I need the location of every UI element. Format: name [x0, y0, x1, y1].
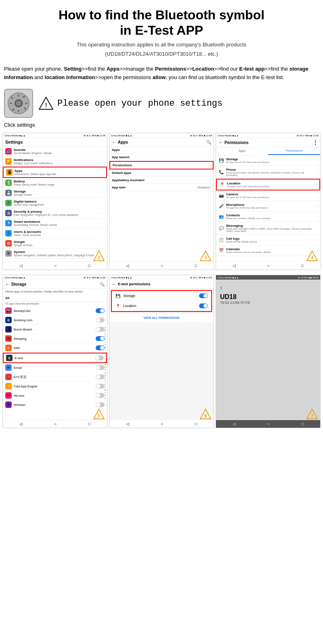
app-booking[interactable]: B Booking.com [3, 316, 107, 325]
app-dianping[interactable]: 🍽 Dianping [3, 334, 107, 343]
etest-location-toggle[interactable] [199, 303, 208, 308]
app-email[interactable]: ✉ Email [3, 363, 107, 372]
settings-battery[interactable]: 🔋 Battery Power saving mode, Battery usa… [3, 178, 107, 188]
settings-digital-balance[interactable]: ⏱ Digital balance Screen time management… [3, 198, 107, 208]
alphabet-bar: ABCDE FGHIJ KLMNO PQRST UVWXYZ [104, 326, 106, 400]
back-nav-6[interactable]: ◁ [233, 422, 236, 426]
home-nav-icon[interactable]: ○ [54, 263, 57, 268]
app-hilives[interactable]: H HiLives [3, 391, 107, 400]
etest-storage-perm[interactable]: 💾 Storage [112, 291, 211, 301]
recent-nav-icon[interactable]: □ [88, 263, 90, 268]
recent-nav-icon-2[interactable]: □ [195, 263, 197, 268]
etc-toggle[interactable] [96, 374, 105, 379]
recent-nav-3[interactable]: □ [301, 263, 304, 268]
apps-item-default[interactable]: Default apps › [109, 169, 214, 177]
back-arrow-5[interactable]: ← [112, 282, 116, 286]
perm-calendar[interactable]: 📅 Calendar Read calendar events and deta… [216, 245, 320, 256]
back-arrow-3[interactable]: ← [218, 140, 223, 145]
apps-item-launch[interactable]: App launch › [109, 154, 214, 161]
didi-toggle[interactable] [96, 345, 105, 350]
home-nav-3[interactable]: ○ [267, 263, 270, 268]
svg-text:7: 7 [311, 413, 313, 418]
etest-location-perm[interactable]: 📍 Location [112, 301, 211, 311]
settings-google[interactable]: G Google Google services › [3, 238, 107, 249]
recent-nav-4[interactable]: □ [88, 422, 90, 426]
bt-back-arrow[interactable]: ‹ [220, 283, 316, 292]
app-boombeach[interactable]: 🏖 Boom Beach [3, 325, 107, 334]
apps-item-gallery[interactable]: AppGallery Assistant › [109, 177, 214, 184]
recent-nav-5[interactable]: □ [195, 422, 197, 426]
settings-security[interactable]: 🔒 Security & privacy Face recognition, F… [3, 208, 107, 218]
status-bar-6: China Mobile ■▲▲ ⊕ ⊛ 91% ■■ 08:56 [216, 275, 320, 280]
hilives-toggle[interactable] [96, 393, 105, 398]
dianping-toggle[interactable] [96, 336, 105, 341]
perm-phone[interactable]: 📞 Phone Read device status and identity,… [216, 166, 320, 179]
fastapp-toggle[interactable] [96, 384, 105, 389]
perm-messaging[interactable]: 💬 Messaging Read your messages (SMS or M… [216, 222, 320, 235]
perm-contacts[interactable]: 👥 Contacts Read your contacts, Modify yo… [216, 211, 320, 222]
perm-location[interactable]: 📍 Location 70 apps out of 100 have this … [216, 179, 320, 190]
hivision-toggle[interactable] [96, 402, 105, 407]
storage-icon: 💾 [5, 190, 12, 196]
perm-storage-icon: 💾 [218, 158, 224, 163]
search-icon-4[interactable]: 🔍 [100, 282, 105, 286]
tab-permissions[interactable]: Permissions [268, 147, 320, 155]
etest-location-icon: 📍 [115, 304, 121, 308]
app-didi[interactable]: D DiDi [3, 343, 107, 353]
back-nav-3[interactable]: ◁ [233, 263, 236, 268]
search-icon-2[interactable]: 🔍 [206, 140, 211, 144]
settings-apps[interactable]: 📱 Apps Permissions, Default apps, App tw… [3, 167, 107, 178]
apps-item-permissions[interactable]: Permissions › [109, 161, 214, 169]
settings-sounds[interactable]: 🔊 Sounds Do not disturb, Ringtone, Vibra… [3, 146, 107, 157]
home-nav-4[interactable]: ○ [54, 422, 57, 426]
tab-apps[interactable]: Apps [216, 147, 268, 155]
back-nav-icon-2[interactable]: ◁ [126, 263, 129, 268]
back-nav-5[interactable]: ◁ [126, 422, 129, 426]
step-badge-6: 6 [200, 408, 211, 420]
app-hivision[interactable]: 👁 HiVision [3, 400, 107, 410]
settings-system[interactable]: ⚙ System System navigation, Software upd… [3, 249, 107, 259]
view-all-permissions[interactable]: VIEW ALL PERMISSIONS [109, 314, 214, 322]
etest-storage-toggle[interactable] [199, 293, 208, 298]
screenshot-2: China Mobile ■▲▲ ⊕ ⊛ ⊙ 48% ■ 11:58 ← App… [109, 133, 214, 270]
beautycam-toggle[interactable] [96, 308, 105, 313]
perm-storage[interactable]: 💾 Storage 97 apps out of 124 have this p… [216, 155, 320, 166]
etest-toggle[interactable] [95, 355, 104, 360]
email-toggle[interactable] [96, 365, 105, 370]
settings-smart-assist[interactable]: ♿ Smart assistance Accessibility, HiTouc… [3, 218, 107, 228]
apps-item-apps[interactable]: Apps › [109, 146, 214, 154]
perm-calllogs[interactable]: 📋 Call logs Read call log, Modify call l… [216, 235, 320, 245]
booking-toggle[interactable] [96, 318, 105, 322]
click-settings-label: Click settings [0, 121, 323, 130]
permissions-list: 💾 Storage 97 apps out of 124 have this p… [216, 155, 320, 261]
storage-desc: Allows apps to access photos, media, and… [3, 289, 107, 295]
settings-notifications[interactable]: 🔔 Notifications Badges, Lock screen noti… [3, 157, 107, 167]
apps-item-twin[interactable]: App twin Disabled › [109, 184, 214, 191]
screen1-header: Settings [3, 138, 107, 146]
back-nav-4[interactable]: ◁ [19, 422, 23, 426]
etest-storage-icon: 💾 [115, 294, 121, 298]
perm-camera[interactable]: 📷 Camera 50 apps out of 109 have this pe… [216, 190, 320, 201]
back-nav-icon[interactable]: ◁ [19, 263, 23, 268]
app-etc[interactable]: 🚗 ETC车宝 [3, 372, 107, 382]
back-arrow-4[interactable]: ← [5, 282, 10, 286]
nav-bar-3: ◁ ○ □ [216, 261, 320, 270]
app-beautycam[interactable]: 📷 BeautyCam [3, 306, 107, 316]
recent-nav-6[interactable]: □ [301, 422, 304, 426]
app-fastapp[interactable]: ⚡ Fast App Engine [3, 382, 107, 391]
back-arrow-2[interactable]: ← [112, 140, 116, 144]
status-bar-4: China Mobile ■▲▲ ⊕ ⊛ ⊙ 48% ■ 11:58 [3, 275, 107, 280]
settings-storage[interactable]: 💾 Storage Storage cleaner › [3, 188, 107, 198]
home-nav-6[interactable]: ○ [267, 422, 270, 426]
nav-bar-4: ◁ ○ □ [3, 420, 107, 428]
more-icon-3[interactable]: ⋮ [313, 140, 318, 145]
home-nav-5[interactable]: ○ [161, 422, 163, 426]
perm-microphone[interactable]: 🎤 Microphone 44 apps out of 95 have this… [216, 201, 320, 211]
screen2-header: ← Apps 🔍 [109, 138, 214, 146]
boombeach-toggle[interactable] [96, 327, 105, 332]
main-title: How to find the Bluetooth symbol in E-Te… [8, 7, 315, 38]
home-nav-icon-2[interactable]: ○ [161, 263, 163, 268]
app-etest[interactable]: E E-test [3, 353, 107, 363]
instruction-text: Please open your phone, Setting>>find th… [0, 61, 323, 86]
settings-users[interactable]: 👤 Users & accounts Users, Cloud, Account… [3, 228, 107, 238]
